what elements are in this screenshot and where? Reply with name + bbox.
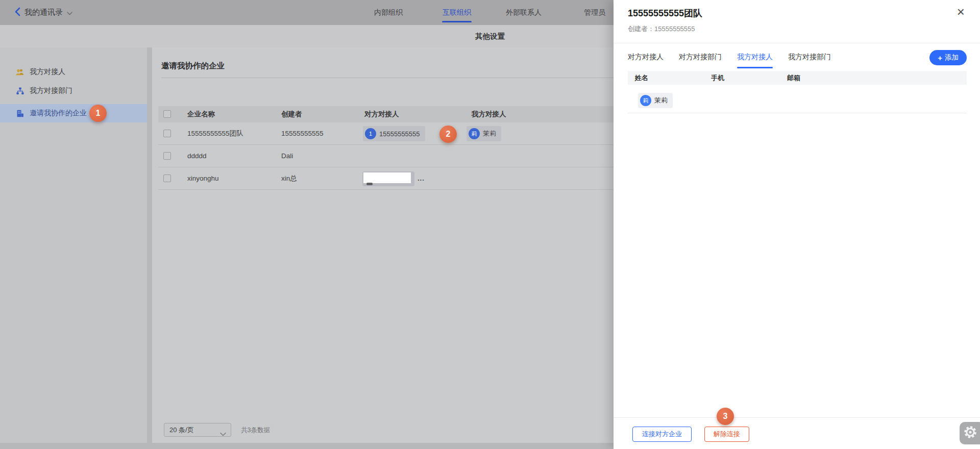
drawer-title: 15555555555团队 — [628, 7, 702, 19]
step-3-marker: 3 — [717, 408, 734, 425]
back-button[interactable]: 我的通讯录 — [14, 0, 72, 25]
drawer-tab-their-departments[interactable]: 对方对接部门 — [679, 49, 722, 68]
divider — [614, 417, 980, 418]
contact-chip[interactable]: 莉 茉莉 — [638, 93, 673, 108]
redacted-avatar — [366, 183, 373, 185]
row-checkbox[interactable] — [163, 130, 171, 137]
chevron-down-icon — [67, 8, 72, 17]
avatar: 1 — [365, 128, 376, 139]
redacted-area — [363, 172, 411, 183]
cell-company: xinyonghu — [187, 167, 219, 190]
col-email: 邮箱 — [787, 71, 800, 85]
col-company: 企业名称 — [187, 106, 215, 122]
drawer-tab-our-departments[interactable]: 我方对接部门 — [788, 49, 831, 68]
back-chevron-icon — [14, 7, 20, 18]
cell-creator: xin总 — [281, 167, 297, 190]
tab-connected-org[interactable]: 互联组织 — [426, 0, 487, 25]
plus-icon: + — [938, 54, 942, 62]
org-chart-icon — [15, 86, 24, 95]
sidebar-item-our-contacts[interactable]: 我方对接人 — [0, 63, 147, 81]
total-count: 共3条数据 — [241, 426, 270, 435]
row-checkbox[interactable] — [163, 174, 171, 182]
main-heading: 邀请我协作的企业 — [161, 61, 225, 71]
col-their-contact: 对方对接人 — [364, 106, 399, 122]
drawer-tab-their-contacts[interactable]: 对方对接人 — [628, 49, 664, 68]
contact-name: 茉莉 — [483, 129, 496, 138]
avatar: 莉 — [640, 95, 651, 106]
close-icon[interactable]: × — [957, 4, 965, 19]
col-our-contact: 我方对接人 — [472, 106, 506, 122]
chevron-down-icon — [220, 428, 226, 440]
contact-name: 茉莉 — [654, 96, 668, 105]
sidebar-item-label: 邀请我协作的企业 — [30, 109, 87, 118]
avatar: 莉 — [469, 128, 480, 139]
sidebar: 我方对接人 我方对接部门 — [0, 47, 147, 443]
building-icon — [15, 109, 24, 118]
detail-drawer: 15555555555团队 × 创建者：15555555555 对方对接人 对方… — [614, 0, 980, 449]
cell-company: 15555555555团队 — [187, 122, 243, 145]
sidebar-item-our-departments[interactable]: 我方对接部门 — [0, 82, 147, 100]
cell-creator: Dali — [281, 145, 293, 167]
select-all-checkbox[interactable] — [163, 110, 171, 118]
their-contact-chip: 1 15555555555 — [363, 126, 425, 141]
their-contact-chip — [362, 171, 414, 186]
cell-creator: 15555555555 — [281, 122, 324, 145]
drawer-tabs: 对方对接人 对方对接部门 我方对接人 我方对接部门 — [628, 49, 831, 68]
step-2-marker: 2 — [439, 126, 457, 143]
page-size-select[interactable]: 20 条/页 — [164, 423, 231, 437]
connect-company-button[interactable]: 连接对方企业 — [632, 427, 692, 442]
disconnect-button[interactable]: 解除连接 — [704, 427, 749, 442]
add-button[interactable]: + 添加 — [929, 50, 967, 65]
more-indicator: ... — [418, 167, 425, 190]
cell-company: ddddd — [187, 145, 207, 167]
sidebar-item-inviting-companies[interactable]: 邀请我协作的企业 — [0, 104, 147, 122]
page-title: 我的通讯录 — [24, 8, 63, 17]
divider — [628, 113, 967, 113]
col-name: 姓名 — [635, 71, 648, 85]
drawer-tab-our-contacts[interactable]: 我方对接人 — [737, 49, 773, 68]
contact-name: 15555555555 — [379, 130, 420, 138]
tab-external-contacts[interactable]: 外部联系人 — [493, 0, 554, 25]
tab-internal-org[interactable]: 内部组织 — [358, 0, 419, 25]
settings-fab[interactable] — [960, 422, 980, 444]
app-root: 我的通讯录 内部组织 互联组织 外部联系人 管理员 其他设置 我方对接人 — [0, 0, 980, 449]
people-icon — [15, 67, 24, 77]
divider — [614, 43, 980, 43]
step-1-marker: 1 — [89, 105, 107, 122]
gear-icon — [963, 425, 977, 441]
page-size-value: 20 条/页 — [169, 426, 194, 434]
drawer-subtitle: 创建者：15555555555 — [628, 24, 695, 34]
add-button-label: 添加 — [945, 53, 959, 62]
row-checkbox[interactable] — [163, 152, 171, 160]
sidebar-item-label: 我方对接人 — [30, 67, 65, 77]
col-creator: 创建者 — [281, 106, 302, 122]
col-mobile: 手机 — [711, 71, 724, 85]
drawer-table-header: 姓名 手机 邮箱 — [628, 71, 967, 85]
sidebar-item-label: 我方对接部门 — [30, 86, 72, 95]
our-contact-chip: 莉 茉莉 — [467, 126, 501, 141]
